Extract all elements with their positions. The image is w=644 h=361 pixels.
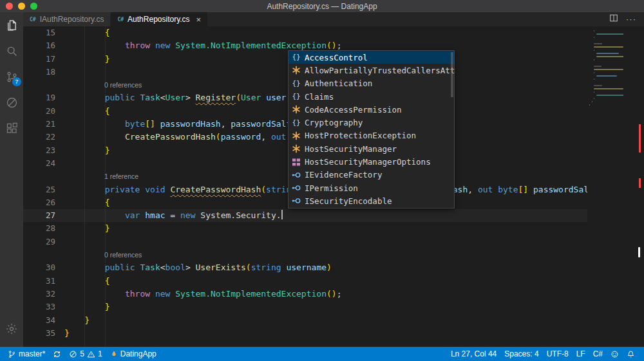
notifications-bell-button[interactable]	[623, 347, 639, 361]
tab-label: AuthRepository.cs	[128, 15, 190, 24]
line-number: 29	[23, 236, 64, 248]
suggestion-hostsecuritymanager[interactable]: HostSecurityManager	[289, 142, 454, 155]
suggestion-allowpartiallytrustedcallersattribute[interactable]: AllowPartiallyTrustedCallersAttribute	[289, 64, 454, 77]
line-number: 31	[23, 275, 64, 288]
codelens-row[interactable]: 0 references	[23, 248, 644, 261]
suggestion-ipermission[interactable]: IPermission	[289, 181, 454, 194]
minimap-line	[596, 53, 620, 54]
traffic-lights	[6, 3, 37, 10]
namespace-icon: {}	[291, 118, 301, 128]
minimap-line	[594, 85, 602, 86]
minimap-line	[594, 69, 623, 70]
suggest-list: {}AccessControlAllowPartiallyTrustedCall…	[289, 51, 454, 208]
overview-ruler	[623, 26, 644, 347]
minimap-line	[594, 98, 594, 99]
tab-iauthrepository[interactable]: C# IAuthRepository.cs	[23, 12, 111, 26]
suggestion-ievidencefactory[interactable]: IEvidenceFactory	[289, 169, 454, 181]
activity-search-button[interactable]	[0, 38, 23, 64]
editor-actions: ···	[609, 12, 644, 26]
git-branch-indicator[interactable]: master*	[4, 347, 49, 361]
activity-source-control-button[interactable]: 7	[0, 64, 23, 89]
suggestion-codeaccesspermission[interactable]: CodeAccessPermission	[289, 103, 454, 116]
mouse-cursor-artifact	[638, 247, 640, 257]
line-number: 27	[23, 209, 64, 222]
feedback-smiley-button[interactable]	[607, 347, 623, 361]
suggest-scrollbar[interactable]	[451, 52, 453, 97]
error-mark	[639, 124, 641, 153]
line-number	[23, 248, 64, 261]
suggestion-authentication[interactable]: {}Authentication	[289, 77, 454, 90]
error-icon	[69, 350, 77, 358]
suggestion-claims[interactable]: {}Claims	[289, 90, 454, 103]
line-number: 34	[23, 314, 64, 327]
codelens-link[interactable]: 1 reference	[64, 170, 138, 183]
omnisharp-project-selector[interactable]: DatingApp	[106, 347, 160, 361]
code-line[interactable]: 35}	[23, 327, 644, 340]
code-line[interactable]: 30 public Task<bool> UserExists(string u…	[23, 261, 644, 274]
language-indicator[interactable]: C#	[589, 347, 607, 361]
interface-icon	[291, 183, 301, 193]
activity-extensions-button[interactable]	[0, 115, 23, 141]
suggestion-label: AccessControl	[305, 53, 368, 62]
project-name: DatingApp	[120, 349, 156, 358]
code-line[interactable]: 27 var hmac = new System.Security.	[23, 209, 644, 222]
interface-icon	[291, 196, 301, 206]
line-number: 15	[23, 26, 64, 39]
suggestion-accesscontrol[interactable]: {}AccessControl	[289, 51, 454, 64]
close-tab-icon[interactable]: ×	[196, 15, 202, 24]
close-window-button[interactable]	[6, 3, 13, 10]
sync-icon	[53, 350, 61, 358]
class-icon	[291, 104, 301, 115]
window-title: AuthRepository.cs — DatingApp	[0, 2, 644, 11]
suggestion-label: IPermission	[305, 183, 358, 193]
line-number: 25	[23, 183, 64, 196]
line-number: 32	[23, 288, 64, 301]
code-line[interactable]: 29	[23, 236, 644, 248]
settings-button[interactable]	[0, 316, 23, 342]
minimap[interactable]	[587, 26, 623, 347]
code-line[interactable]: 32 throw new System.NotImplementedExcept…	[23, 288, 644, 301]
status-bar-right: Ln 27, Col 44 Spaces: 4 UTF-8 LF C#	[447, 347, 644, 361]
suggestion-hostsecuritymanageroptions[interactable]: HostSecurityManagerOptions	[289, 155, 454, 168]
suggestion-cryptography[interactable]: {}Cryptography	[289, 116, 454, 129]
minimap-line	[594, 79, 594, 80]
code-text: }	[64, 327, 70, 340]
maximize-window-button[interactable]	[30, 3, 37, 10]
minimap-line	[592, 101, 592, 102]
debug-icon	[5, 96, 19, 109]
suggestion-isecurityencodable[interactable]: ISecurityEncodable	[289, 194, 454, 207]
code-line[interactable]: 15 {	[23, 26, 644, 39]
activity-debug-button[interactable]	[0, 89, 23, 115]
vscode-window: AuthRepository.cs — DatingApp 7 C# IAuth…	[0, 0, 644, 361]
split-editor-icon[interactable]	[609, 14, 618, 25]
sync-button[interactable]	[49, 347, 65, 361]
eol-indicator[interactable]: LF	[573, 347, 589, 361]
minimap-line	[596, 95, 625, 96]
activity-explorer-button[interactable]	[0, 12, 23, 38]
line-number: 20	[23, 105, 64, 118]
code-line[interactable]: 28 }	[23, 222, 644, 235]
codelens-link[interactable]: 0 references	[64, 248, 142, 261]
status-bar-left: master* 5 1 DatingApp	[0, 347, 160, 361]
code-line[interactable]: 31 {	[23, 275, 644, 288]
tab-authrepository[interactable]: C# AuthRepository.cs ×	[111, 12, 208, 26]
indentation-indicator[interactable]: Spaces: 4	[500, 347, 542, 361]
editor[interactable]: 15 {16 throw new System.NotImplementedEx…	[23, 26, 644, 347]
codelens-link[interactable]: 0 references	[64, 79, 142, 91]
code-line[interactable]: 33 }	[23, 301, 644, 313]
minimap-line	[594, 88, 623, 89]
cursor-position-indicator[interactable]: Ln 27, Col 44	[447, 347, 500, 361]
csharp-file-icon: C#	[117, 17, 124, 23]
line-number: 16	[23, 39, 64, 52]
csharp-file-icon: C#	[30, 17, 36, 23]
suggestion-label: Authentication	[305, 79, 372, 88]
suggestion-hostprotectionexception[interactable]: HostProtectionException	[289, 129, 454, 142]
minimize-window-button[interactable]	[18, 3, 25, 10]
branch-name: master*	[19, 349, 45, 358]
encoding-indicator[interactable]: UTF-8	[543, 347, 573, 361]
class-icon	[291, 131, 301, 141]
code-line[interactable]: 34 }	[23, 314, 644, 327]
more-actions-icon[interactable]: ···	[626, 16, 636, 23]
line-number	[23, 170, 64, 183]
problems-indicator[interactable]: 5 1	[65, 347, 106, 361]
